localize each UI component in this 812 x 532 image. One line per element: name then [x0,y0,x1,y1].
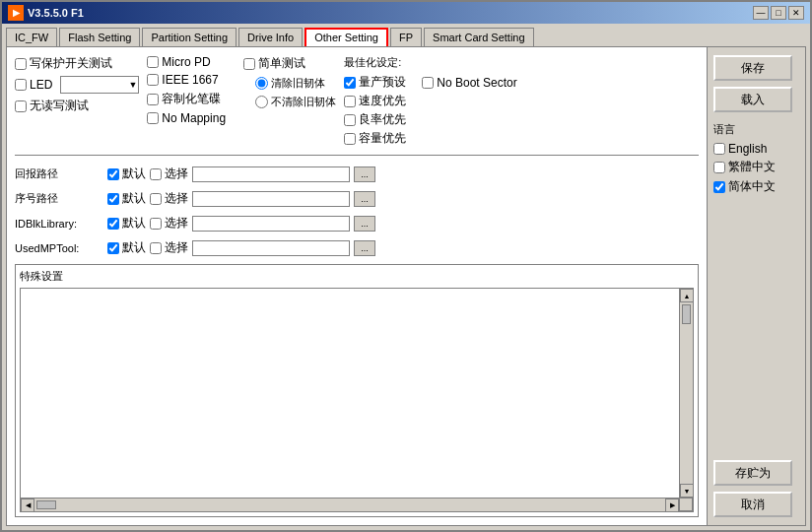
scroll-right-arrow[interactable]: ▶ [665,499,679,512]
default-checkbox-2[interactable] [107,218,119,230]
horizontal-scrollbar[interactable]: ◀ ▶ [21,498,679,511]
select-checkbox-3[interactable] [150,242,162,254]
path-input-2[interactable] [192,216,350,232]
custom-notepad-check[interactable] [147,94,159,105]
maximize-button[interactable]: □ [771,6,786,20]
lang-english-label[interactable]: English [713,142,799,156]
no-read-write-label[interactable]: 无读写测试 [15,98,139,114]
keep-old-radio[interactable] [255,96,268,108]
micro-pd-check[interactable] [147,56,159,68]
scroll-left-arrow[interactable]: ◀ [21,499,34,512]
browse-btn-2[interactable]: ... [354,216,375,232]
default-check-1[interactable]: 默认 [107,190,146,207]
close-button[interactable]: ✕ [788,6,804,20]
write-protect-label[interactable]: 写保护开关测试 [15,55,139,72]
tab-other-setting[interactable]: Other Setting [304,28,388,46]
language-section: 语言 English 繁體中文 简体中文 [713,122,799,195]
capacity-first-check[interactable] [344,133,356,145]
vertical-scrollbar[interactable]: ▲ ▼ [679,289,693,498]
scroll-up-arrow[interactable]: ▲ [680,289,694,302]
select-check-2[interactable]: 选择 [150,215,188,232]
cancel-button[interactable]: 取消 [713,492,792,517]
speed-first-check[interactable] [344,96,356,107]
tab-smart-card-setting[interactable]: Smart Card Setting [424,28,534,46]
led-label[interactable]: LED [15,78,52,92]
custom-notepad-label[interactable]: 容制化笔碟 [147,91,236,107]
scroll-thumb-horizontal[interactable] [36,500,56,509]
micro-pd-text: Micro PD [162,55,210,69]
tab-ic-fw[interactable]: IC_FW [6,28,57,46]
no-read-write-check[interactable] [15,100,27,112]
lang-simplified-label[interactable]: 简体中文 [713,178,799,195]
ieee1667-check[interactable] [147,74,159,86]
no-boot-sector-label[interactable]: No Boot Sector [422,76,516,90]
lang-traditional-label[interactable]: 繁體中文 [713,159,799,175]
speed-first-label[interactable]: 速度优先 [344,93,699,109]
capacity-first-label[interactable]: 容量优先 [344,130,699,147]
bulk-preset-label[interactable]: 量产预设 [344,74,406,91]
default-checkbox-0[interactable] [107,168,119,180]
no-mapping-label[interactable]: No Mapping [147,111,236,125]
browse-btn-3[interactable]: ... [354,240,375,256]
tab-flash-setting[interactable]: Flash Setting [59,28,140,46]
ieee1667-label[interactable]: IEEE 1667 [147,73,236,87]
custom-notepad-text: 容制化笔碟 [162,91,221,107]
keep-old-label[interactable]: 不清除旧韧体 [255,95,336,109]
quality-first-label[interactable]: 良率优先 [344,111,699,128]
special-textarea[interactable]: ▲ ▼ ◀ ▶ [20,288,694,512]
path-label-1: 序号路径 [15,191,103,206]
select-check-3[interactable]: 选择 [150,239,188,256]
left-checkboxes: 写保护开关测试 LED ▼ 无读写测试 [15,55,139,147]
micro-pd-label[interactable]: Micro PD [147,55,236,69]
right-panel: 保存 载入 语言 English 繁體中文 简体中文 存贮为 取消 [707,47,805,525]
default-check-3[interactable]: 默认 [107,239,146,256]
select-checkbox-2[interactable] [150,218,162,230]
write-protect-check[interactable] [15,58,27,70]
default-check-2[interactable]: 默认 [107,215,146,232]
no-mapping-check[interactable] [147,112,159,124]
scroll-thumb-vertical[interactable] [682,304,691,324]
ieee1667-text: IEEE 1667 [162,73,218,87]
browse-btn-1[interactable]: ... [354,191,375,207]
bulk-preset-text: 量产预设 [359,74,406,91]
select-checkbox-0[interactable] [150,168,162,180]
path-input-1[interactable] [192,191,350,207]
clear-old-radio[interactable] [255,77,268,90]
quality-first-check[interactable] [344,114,356,126]
select-text-2: 选择 [165,215,188,232]
save-button[interactable]: 保存 [713,55,792,81]
bulk-preset-check[interactable] [344,77,356,89]
default-checkbox-3[interactable] [107,242,119,254]
clear-old-label[interactable]: 清除旧韧体 [255,76,336,91]
simple-test-label[interactable]: 简单测试 [243,55,336,72]
title-buttons: — □ ✕ [753,6,804,20]
simple-test-check[interactable] [243,58,255,70]
path-row-0: 回报路径 默认 选择 ... [15,166,699,182]
save-as-button[interactable]: 存贮为 [713,460,792,486]
default-check-0[interactable]: 默认 [107,166,146,182]
simple-test-section: 简单测试 清除旧韧体 不清除旧韧体 [243,55,336,147]
minimize-button[interactable]: — [753,6,769,20]
select-checkbox-1[interactable] [150,193,162,205]
tab-fp[interactable]: FP [390,28,422,46]
lang-traditional-check[interactable] [713,162,725,173]
no-mapping-text: No Mapping [162,111,226,125]
lang-simplified-check[interactable] [713,181,725,193]
tab-drive-info[interactable]: Drive Info [238,28,303,46]
tab-partition-setting[interactable]: Partition Setting [142,28,237,46]
load-button[interactable]: 载入 [713,87,792,112]
no-boot-sector-check[interactable] [422,77,434,89]
led-dropdown[interactable] [60,76,139,94]
path-input-0[interactable] [192,166,350,182]
scroll-down-arrow[interactable]: ▼ [680,484,694,498]
browse-btn-0[interactable]: ... [354,166,375,182]
lang-english-check[interactable] [713,143,725,155]
default-text-0: 默认 [122,166,146,182]
select-check-0[interactable]: 选择 [150,166,188,182]
path-input-3[interactable] [192,240,350,256]
default-checkbox-1[interactable] [107,193,119,205]
select-text-3: 选择 [165,239,188,256]
led-check[interactable] [15,79,27,91]
select-check-1[interactable]: 选择 [150,190,188,207]
special-title: 特殊设置 [20,269,694,284]
